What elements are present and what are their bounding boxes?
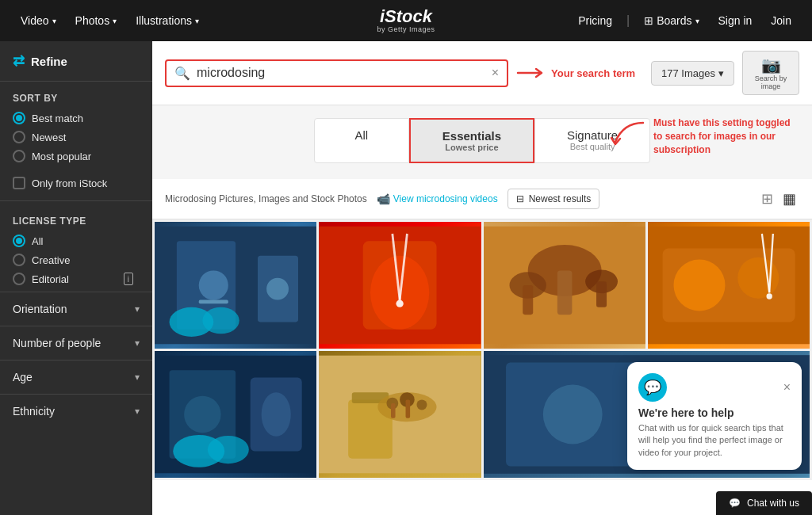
view-toggle: ⊞ ▦	[758, 187, 799, 211]
camera-icon: 📷	[761, 55, 781, 74]
chat-bubble-icon: 💬	[638, 373, 667, 402]
image-item[interactable]	[319, 222, 481, 349]
svg-rect-3	[199, 300, 228, 304]
image-preview	[319, 351, 481, 478]
image-count-button[interactable]: 177 Images ▾	[651, 61, 734, 86]
nav-join[interactable]: Join	[763, 10, 799, 32]
chat-close-button[interactable]: ×	[783, 380, 791, 395]
filter-icon: ⊟	[516, 193, 524, 204]
image-item[interactable]	[155, 222, 316, 349]
svg-rect-42	[391, 403, 396, 418]
nav-illustrations[interactable]: Illustrations ▾	[128, 10, 207, 32]
license-creative[interactable]: Creative	[13, 254, 140, 266]
results-text: Microdosing Pictures, Images and Stock P…	[165, 193, 367, 204]
divider	[0, 200, 152, 201]
results-header: Microdosing Pictures, Images and Stock P…	[152, 179, 812, 219]
checkbox-indicator	[13, 177, 25, 189]
orientation-filter[interactable]: Orientation ▾	[0, 292, 152, 326]
nav-right: Pricing | ⊞ Boards ▾ Sign in Join	[570, 10, 799, 32]
site-logo[interactable]: iStock by Getty Images	[377, 8, 435, 33]
chevron-down-icon: ▾	[695, 17, 699, 25]
number-of-people-filter[interactable]: Number of people ▾	[0, 326, 152, 360]
chevron-down-icon: ▾	[52, 17, 56, 25]
main-content: 🔍 × Your search term 177 Images ▾ 📷 Sear…	[152, 41, 812, 515]
search-icon: 🔍	[174, 66, 190, 81]
image-preview	[155, 222, 316, 349]
age-filter[interactable]: Age ▾	[0, 360, 152, 394]
svg-rect-16	[557, 270, 572, 315]
image-item[interactable]	[319, 351, 481, 478]
chevron-down-icon: ▾	[135, 372, 140, 383]
svg-rect-43	[406, 399, 411, 418]
license-radio-group: All Creative Editorial i	[13, 235, 140, 285]
image-item[interactable]	[155, 351, 316, 478]
tab-essentials[interactable]: Essentials Lowest price	[409, 118, 534, 163]
nav-boards[interactable]: ⊞ Boards ▾	[636, 10, 707, 32]
svg-rect-20	[596, 281, 607, 307]
annotation-text: Must have this setting toggled to search…	[653, 116, 796, 156]
tab-all[interactable]: All	[314, 118, 409, 163]
curved-arrow-icon	[599, 116, 647, 156]
chat-title: We're here to help	[638, 406, 791, 419]
nav-sign-in[interactable]: Sign in	[710, 10, 760, 32]
editorial-icon: i	[124, 273, 133, 285]
svg-point-27	[766, 293, 772, 299]
grid-view-button[interactable]: ⊞	[758, 187, 776, 211]
radio-indicator	[13, 112, 25, 124]
image-item[interactable]	[648, 222, 810, 349]
image-item[interactable]	[484, 222, 645, 349]
search-right: 177 Images ▾ 📷 Search by image	[651, 51, 799, 95]
svg-rect-18	[523, 285, 533, 315]
sidebar: ⇄ Refine Sort by Best match Newest Most …	[0, 41, 152, 515]
sort-by-title: Sort by	[13, 93, 140, 104]
sidebar-refine[interactable]: ⇄ Refine	[0, 41, 152, 82]
chevron-down-icon: ▾	[718, 67, 724, 79]
search-by-image-button[interactable]: 📷 Search by image	[742, 51, 799, 95]
sort-most-popular[interactable]: Most popular	[13, 150, 140, 162]
radio-indicator	[13, 131, 25, 143]
image-grid: 💬 × We're here to help Chat with us for …	[152, 219, 812, 480]
radio-indicator	[13, 235, 25, 247]
license-type-section: License type All Creative Editorial i	[0, 204, 152, 292]
image-item[interactable]: 💬 × We're here to help Chat with us for …	[484, 351, 810, 478]
boards-icon: ⊞	[644, 14, 653, 27]
ethnicity-filter[interactable]: Ethnicity ▾	[0, 394, 152, 428]
video-icon: 📹	[377, 193, 390, 205]
sort-best-match[interactable]: Best match	[13, 112, 140, 124]
view-video-link[interactable]: 📹 View microdosing videos	[377, 193, 498, 205]
radio-indicator	[13, 150, 25, 162]
chevron-down-icon: ▾	[135, 338, 140, 349]
nav-divider: |	[626, 13, 630, 28]
image-preview	[155, 351, 316, 478]
annotation-area: All Essentials Lowest price Signature Be…	[152, 105, 812, 179]
list-view-button[interactable]: ▦	[779, 187, 799, 211]
svg-point-46	[542, 385, 602, 444]
image-preview	[319, 222, 481, 349]
sort-newest[interactable]: Newest	[13, 131, 140, 143]
svg-point-13	[396, 300, 404, 307]
newest-results-button[interactable]: ⊟ Newest results	[508, 189, 600, 209]
sort-by-section: Sort by Best match Newest Most popular	[0, 82, 152, 169]
only-from-istock[interactable]: Only from iStock	[0, 169, 152, 197]
nav-photos[interactable]: Photos ▾	[67, 10, 125, 32]
license-all[interactable]: All	[13, 235, 140, 247]
chevron-down-icon: ▾	[113, 17, 117, 25]
chat-bar[interactable]: 💬 Chat with us	[716, 491, 812, 515]
nav-pricing[interactable]: Pricing	[570, 10, 620, 32]
license-type-title: License type	[13, 216, 140, 227]
search-bar-area: 🔍 × Your search term 177 Images ▾ 📷 Sear…	[152, 41, 812, 105]
chevron-down-icon: ▾	[135, 406, 140, 417]
essentials-annotation: Must have this setting toggled to search…	[599, 116, 796, 156]
chat-header: 💬 ×	[638, 373, 791, 402]
svg-point-2	[199, 270, 228, 299]
nav-video[interactable]: Video ▾	[13, 10, 64, 32]
license-editorial[interactable]: Editorial i	[13, 273, 140, 285]
clear-icon[interactable]: ×	[492, 66, 499, 80]
main-layout: ⇄ Refine Sort by Best match Newest Most …	[0, 41, 812, 515]
search-annotation: Your search term	[516, 65, 635, 81]
arrow-icon	[516, 65, 548, 81]
refine-icon: ⇄	[13, 52, 25, 70]
search-input[interactable]	[197, 66, 485, 80]
top-navigation: Video ▾ Photos ▾ Illustrations ▾ iStock …	[0, 0, 812, 41]
sort-radio-group: Best match Newest Most popular	[13, 112, 140, 162]
